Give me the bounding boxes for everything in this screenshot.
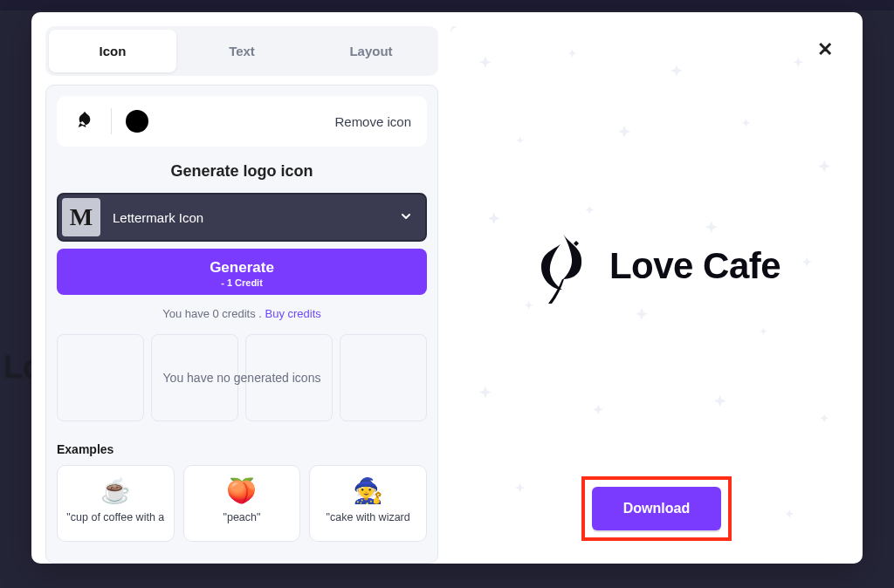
download-button[interactable]: Download: [592, 487, 721, 530]
tab-icon[interactable]: Icon: [49, 30, 176, 72]
peach-icon: 🍑: [189, 475, 295, 506]
credits-line: You have 0 credits . Buy credits: [57, 307, 427, 320]
logo-editor-modal: ✕ Icon Text Layout Remove icon: [31, 12, 863, 564]
icon-color-swatch[interactable]: [126, 110, 148, 133]
tab-bar: Icon Text Layout: [45, 26, 438, 76]
wizard-icon: 🧙: [315, 475, 421, 506]
tab-label: Icon: [100, 44, 127, 58]
current-icon-row: Remove icon: [57, 96, 427, 147]
tab-layout[interactable]: Layout: [307, 30, 435, 72]
brand-name-text: Love Cafe: [609, 245, 781, 287]
generated-icons-grid: You have no generated icons: [57, 334, 427, 421]
icon-style-dropdown[interactable]: M Lettermark Icon: [57, 193, 427, 242]
left-panel: Icon Text Layout Remove icon Generate lo…: [31, 12, 450, 564]
buy-credits-link[interactable]: Buy credits: [265, 307, 321, 320]
chevron-down-icon: [399, 209, 413, 226]
dropdown-label: Lettermark Icon: [113, 210, 387, 225]
generate-button-label: Generate: [57, 259, 427, 277]
generated-slot: [151, 334, 238, 421]
preview-panel: Love Cafe Download: [450, 12, 863, 564]
example-caption: "cake with wizard: [315, 511, 421, 525]
logo-preview: Love Cafe: [533, 227, 781, 305]
icon-panel: Remove icon Generate logo icon M Letterm…: [45, 85, 438, 564]
example-card[interactable]: 🧙 "cake with wizard: [309, 465, 427, 542]
examples-heading: Examples: [57, 442, 427, 456]
lettermark-letter: M: [70, 203, 93, 231]
generated-slot: [245, 334, 333, 421]
tab-label: Layout: [349, 44, 392, 58]
credits-text: You have 0 credits .: [162, 307, 265, 320]
example-card[interactable]: ☕ "cup of coffee with a: [57, 465, 175, 542]
divider: [111, 108, 112, 134]
remove-icon-link[interactable]: Remove icon: [334, 114, 411, 129]
generate-section-title: Generate logo icon: [57, 162, 427, 181]
generate-button[interactable]: Generate - 1 Credit: [57, 249, 427, 295]
download-highlight-box: Download: [581, 476, 732, 541]
current-logo-icon[interactable]: [72, 109, 97, 133]
example-caption: "peach": [189, 511, 295, 525]
examples-grid: ☕ "cup of coffee with a 🍑 "peach" 🧙 "cak…: [57, 465, 427, 542]
generated-slot: [340, 334, 427, 421]
tab-label: Text: [229, 44, 255, 58]
generated-slot: [57, 334, 144, 421]
leaf-icon: [533, 227, 594, 305]
tab-text[interactable]: Text: [178, 30, 306, 72]
lettermark-badge: M: [62, 198, 100, 236]
example-caption: "cup of coffee with a: [63, 511, 168, 525]
download-button-label: Download: [623, 501, 690, 516]
coffee-cup-icon: ☕: [63, 475, 168, 506]
generate-button-sublabel: - 1 Credit: [57, 277, 427, 288]
example-card[interactable]: 🍑 "peach": [183, 465, 301, 542]
